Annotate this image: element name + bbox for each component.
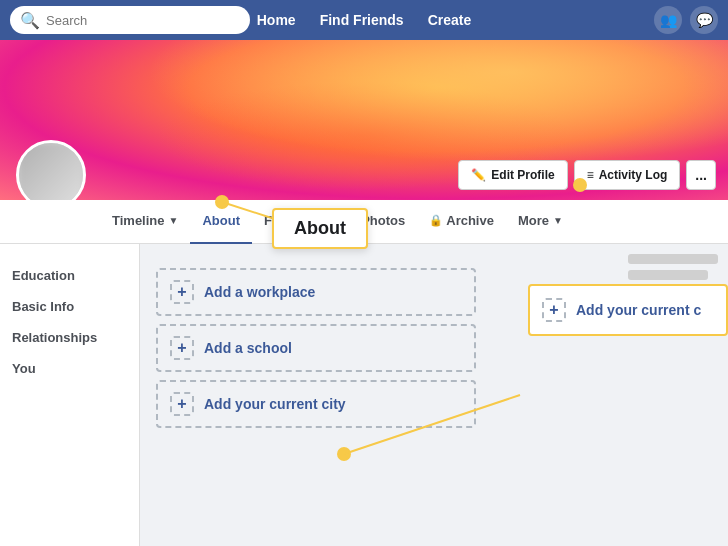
add-city-plus: + [170, 392, 194, 416]
main-content: Education Basic Info Relationships You +… [0, 244, 728, 546]
sidebar-item-relationships[interactable]: Relationships [12, 322, 127, 353]
people-icon[interactable]: 👥 [654, 6, 682, 34]
nav-home[interactable]: Home [257, 12, 296, 28]
chevron-down-icon: ▼ [169, 215, 179, 226]
add-city-item[interactable]: + Add your current city [156, 380, 476, 428]
sidebar-item-basic-info[interactable]: Basic Info [12, 291, 127, 322]
lock-icon: 🔒 [429, 214, 443, 227]
add-school-item[interactable]: + Add a school [156, 324, 476, 372]
add-school-plus: + [170, 336, 194, 360]
cover-photo-area: ✏️ Edit Profile ≡ Activity Log ... [0, 40, 728, 200]
about-tooltip-box: About [272, 208, 368, 249]
avatar [16, 140, 86, 200]
search-bar[interactable]: 🔍 [10, 6, 250, 34]
gray-bar-1 [628, 254, 718, 264]
gray-bar-2 [628, 270, 708, 280]
nav-create[interactable]: Create [428, 12, 472, 28]
navbar: 🔍 Home Find Friends Create 👥 💬 [0, 0, 728, 40]
card-label: Add your current c [576, 302, 701, 318]
navbar-right: 👥 💬 [654, 6, 718, 34]
more-button[interactable]: ... [686, 160, 716, 190]
chevron-down-icon-more: ▼ [553, 215, 563, 226]
pencil-icon: ✏️ [471, 168, 486, 182]
sidebar-item-education[interactable]: Education [12, 260, 127, 291]
add-workplace-plus: + [170, 280, 194, 304]
tab-more[interactable]: More ▼ [506, 200, 575, 244]
cover-actions: ✏️ Edit Profile ≡ Activity Log ... [458, 160, 716, 190]
nav-links: Home Find Friends Create [257, 12, 472, 28]
tab-archive[interactable]: 🔒 Archive [417, 200, 506, 244]
right-icons-area [628, 254, 718, 286]
content-area: + Add a workplace + Add a school + Add y… [140, 244, 728, 546]
messenger-icon[interactable]: 💬 [690, 6, 718, 34]
sidebar-item-you[interactable]: You [12, 353, 127, 384]
add-workplace-item[interactable]: + Add a workplace [156, 268, 476, 316]
list-icon: ≡ [587, 168, 594, 182]
left-sidebar: Education Basic Info Relationships You [0, 244, 140, 546]
tab-timeline[interactable]: Timeline ▼ [100, 200, 190, 244]
card-plus-icon: + [542, 298, 566, 322]
edit-profile-button[interactable]: ✏️ Edit Profile [458, 160, 567, 190]
search-icon: 🔍 [20, 11, 40, 30]
tab-about[interactable]: About [190, 200, 252, 244]
search-input[interactable] [46, 13, 240, 28]
activity-log-button[interactable]: ≡ Activity Log [574, 160, 681, 190]
add-current-city-card[interactable]: + Add your current c [528, 284, 728, 336]
nav-find-friends[interactable]: Find Friends [320, 12, 404, 28]
